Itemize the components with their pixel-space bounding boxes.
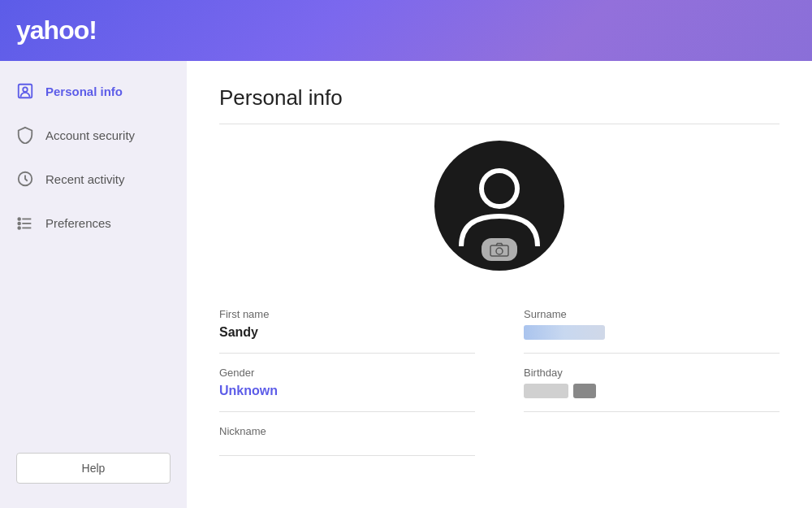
sidebar-label-recent-activity: Recent activity — [45, 172, 125, 186]
sidebar-item-personal-info[interactable]: Personal info — [0, 69, 187, 113]
field-group-gender[interactable]: Gender Unknown — [219, 354, 475, 412]
svg-point-11 — [496, 248, 503, 254]
birthday-block-2 — [573, 384, 596, 398]
avatar-circle — [434, 141, 564, 271]
surname-label: Surname — [524, 308, 780, 320]
sidebar-item-recent-activity[interactable]: Recent activity — [0, 157, 187, 201]
page-title: Personal info — [219, 85, 780, 111]
yahoo-logo[interactable]: yahoo! — [16, 15, 97, 46]
field-group-first-name[interactable]: First name Sandy — [219, 295, 475, 354]
camera-icon — [490, 242, 509, 257]
svg-point-9 — [482, 171, 517, 206]
header: yahoo! — [0, 0, 812, 61]
gender-value: Unknown — [219, 384, 475, 398]
camera-badge[interactable] — [482, 238, 517, 261]
field-group-nickname[interactable]: Nickname — [219, 412, 475, 456]
sidebar-label-preferences: Preferences — [45, 216, 111, 230]
first-name-label: First name — [219, 308, 475, 320]
sidebar-label-account-security: Account security — [45, 128, 135, 142]
sidebar-label-personal-info: Personal info — [45, 85, 123, 98]
field-group-birthday[interactable]: Birthday — [524, 354, 780, 412]
svg-point-3 — [18, 218, 20, 220]
title-divider — [219, 124, 780, 124]
avatar-wrapper[interactable] — [434, 141, 564, 271]
birthday-block-1 — [524, 384, 568, 398]
svg-point-1 — [23, 87, 28, 92]
svg-point-4 — [18, 223, 20, 225]
field-group-surname[interactable]: Surname — [524, 295, 780, 354]
clock-icon — [16, 170, 34, 188]
shield-icon — [16, 126, 34, 144]
main-layout: Personal info Account security Recent ac… — [0, 61, 812, 508]
gender-label: Gender — [219, 367, 475, 379]
sidebar-item-account-security[interactable]: Account security — [0, 113, 187, 157]
nickname-label: Nickname — [219, 425, 475, 437]
sidebar-item-preferences[interactable]: Preferences — [0, 201, 187, 245]
sidebar-spacer — [0, 245, 187, 436]
surname-value — [524, 325, 605, 340]
svg-point-5 — [18, 227, 20, 229]
birthday-value — [524, 384, 780, 398]
avatar-container — [219, 141, 780, 271]
content-area: Personal info — [187, 61, 812, 508]
help-button[interactable]: Help — [16, 453, 171, 484]
first-name-value: Sandy — [219, 325, 475, 340]
sidebar: Personal info Account security Recent ac… — [0, 61, 187, 508]
person-icon — [16, 82, 34, 100]
birthday-label: Birthday — [524, 367, 780, 379]
fields-grid: First name Sandy Surname Gender Unknown … — [219, 295, 780, 456]
list-icon — [16, 214, 34, 232]
